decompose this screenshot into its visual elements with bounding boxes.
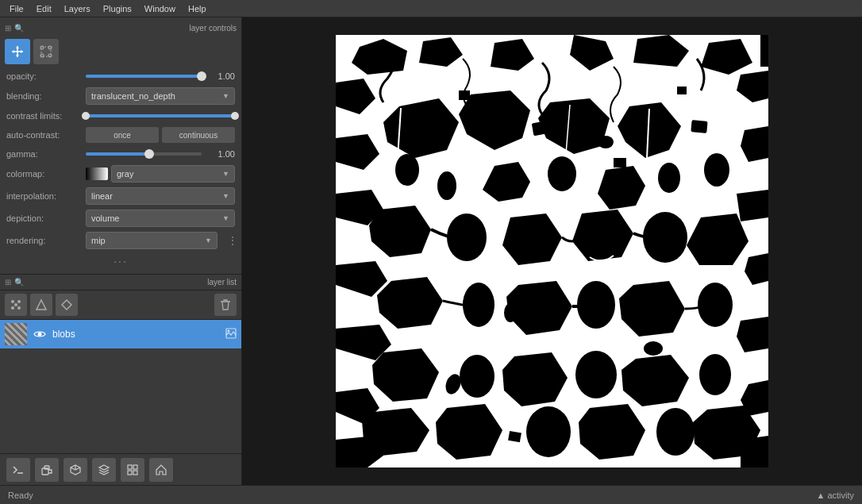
left-panel: ⊞ 🔍 layer controls <box>0 17 242 485</box>
layer-list-header: ⊞ 🔍 layer list <box>0 275 241 290</box>
home-icon <box>155 464 167 476</box>
cube-icon <box>69 464 82 476</box>
interpolation-value: linear <box>91 191 113 201</box>
move-tool-button[interactable] <box>5 39 30 64</box>
blending-arrow: ▼ <box>222 92 229 100</box>
blending-label: blending: <box>6 91 86 101</box>
layer-item-blobs[interactable]: blobs <box>0 320 241 348</box>
colormap-value: gray <box>117 169 133 179</box>
blending-dropdown[interactable]: translucent_no_depth ▼ <box>86 87 235 105</box>
gamma-label: gamma: <box>6 149 86 159</box>
layer-name: blobs <box>52 329 221 340</box>
depiction-value: volume <box>91 214 119 223</box>
status-activity[interactable]: ▲ activity <box>816 491 854 500</box>
layers-icon <box>98 464 110 476</box>
layer-image-icon <box>225 328 237 339</box>
menu-layers[interactable]: Layers <box>58 2 97 15</box>
svg-point-55 <box>658 163 680 193</box>
plugin-button[interactable] <box>35 458 59 482</box>
console-button[interactable] <box>6 458 30 482</box>
menu-window[interactable]: Window <box>138 2 182 15</box>
svg-rect-19 <box>128 465 132 469</box>
opacity-label: opacity: <box>6 71 86 81</box>
svg-rect-94 <box>508 431 521 442</box>
autocontrast-continuous-button[interactable]: continuous <box>162 127 235 143</box>
gamma-content: 1.00 <box>86 149 235 159</box>
svg-point-13 <box>38 333 42 337</box>
3d-viewer-button[interactable] <box>63 458 87 482</box>
interpolation-label: interpolation: <box>6 191 86 201</box>
menu-edit[interactable]: Edit <box>30 2 58 15</box>
main-area: ⊞ 🔍 layer controls <box>0 17 862 485</box>
layer-options-button[interactable] <box>225 328 237 341</box>
svg-point-53 <box>548 156 576 191</box>
svg-rect-92 <box>459 90 470 100</box>
contrast-thumb-right[interactable] <box>231 112 239 120</box>
rendering-arrow: ▼ <box>205 237 212 244</box>
interpolation-dropdown[interactable]: linear ▼ <box>86 187 235 205</box>
svg-point-85 <box>504 303 517 322</box>
viewer-canvas[interactable] <box>336 35 768 467</box>
gamma-value: 1.00 <box>206 149 235 159</box>
svg-rect-93 <box>614 158 626 167</box>
new-shapes-layer-button[interactable] <box>30 294 52 316</box>
home-button[interactable] <box>149 458 173 482</box>
search-icon[interactable]: 🔍 <box>14 24 24 33</box>
autocontrast-row: auto-contrast: once continuous <box>0 125 241 145</box>
menu-plugins[interactable]: Plugins <box>97 2 138 15</box>
pin-icon-list[interactable]: ⊞ <box>5 278 11 287</box>
new-points-layer-button[interactable] <box>5 294 27 316</box>
pin-icon-left[interactable]: ⊞ <box>5 24 11 33</box>
rendering-label: rendering: <box>6 236 86 245</box>
terminal-icon <box>12 464 25 475</box>
menu-help[interactable]: Help <box>182 2 213 15</box>
rendering-dropdown[interactable]: mip ▼ <box>86 232 217 249</box>
layer-controls-section: ⊞ 🔍 layer controls <box>0 17 241 275</box>
depiction-dropdown[interactable]: volume ▼ <box>86 210 235 227</box>
new-labels-layer-button[interactable] <box>56 294 78 316</box>
autocontrast-once-button[interactable]: once <box>86 127 159 143</box>
layer-list-section: ⊞ 🔍 layer list <box>0 275 241 453</box>
svg-point-7 <box>11 300 14 303</box>
bottom-toolbar <box>0 453 241 485</box>
search-icon-list[interactable]: 🔍 <box>14 278 24 287</box>
transform-icon <box>40 45 52 58</box>
opacity-content: 1.00 <box>86 71 235 81</box>
svg-point-50 <box>395 154 419 186</box>
layer-visibility-button[interactable] <box>32 326 48 342</box>
layers-button[interactable] <box>92 458 116 482</box>
autocontrast-label: auto-contrast: <box>6 130 86 140</box>
transform-tool-button[interactable] <box>33 39 59 64</box>
blending-content: translucent_no_depth ▼ <box>86 87 235 105</box>
gamma-slider[interactable] <box>86 152 202 156</box>
colormap-dropdown[interactable]: gray ▼ <box>111 165 235 183</box>
contrast-thumb-left[interactable] <box>82 112 90 120</box>
svg-point-10 <box>17 306 21 310</box>
svg-rect-91 <box>677 87 687 94</box>
delete-layer-button[interactable] <box>214 294 237 316</box>
layer-thumbnail <box>5 323 27 345</box>
status-ready: Ready <box>8 491 33 500</box>
rendering-row-wrapper: rendering: mip ▼ ⋮ <box>0 229 241 252</box>
shapes-icon <box>35 298 48 311</box>
contrast-slider[interactable] <box>86 114 235 117</box>
menu-file[interactable]: File <box>3 2 30 15</box>
interpolation-arrow: ▼ <box>222 192 229 200</box>
layer-list-title: layer list <box>207 278 237 287</box>
rendering-row: rendering: mip ▼ <box>0 229 224 252</box>
colormap-arrow: ▼ <box>222 170 229 178</box>
opacity-slider[interactable] <box>86 75 202 78</box>
svg-rect-31 <box>760 35 768 67</box>
rendering-menu-button[interactable]: ⋮ <box>224 235 241 246</box>
interpolation-content: linear ▼ <box>86 187 235 205</box>
points-icon <box>10 298 22 311</box>
svg-rect-21 <box>128 471 132 475</box>
labels-icon <box>60 298 73 311</box>
gamma-row: gamma: 1.00 <box>0 145 241 163</box>
more-dots-button[interactable]: ··· <box>114 255 128 267</box>
header-left: ⊞ 🔍 <box>5 24 24 33</box>
grid-button[interactable] <box>121 458 144 482</box>
more-dots-row: ··· <box>0 252 241 271</box>
opacity-value: 1.00 <box>206 71 235 81</box>
svg-marker-12 <box>37 300 46 310</box>
